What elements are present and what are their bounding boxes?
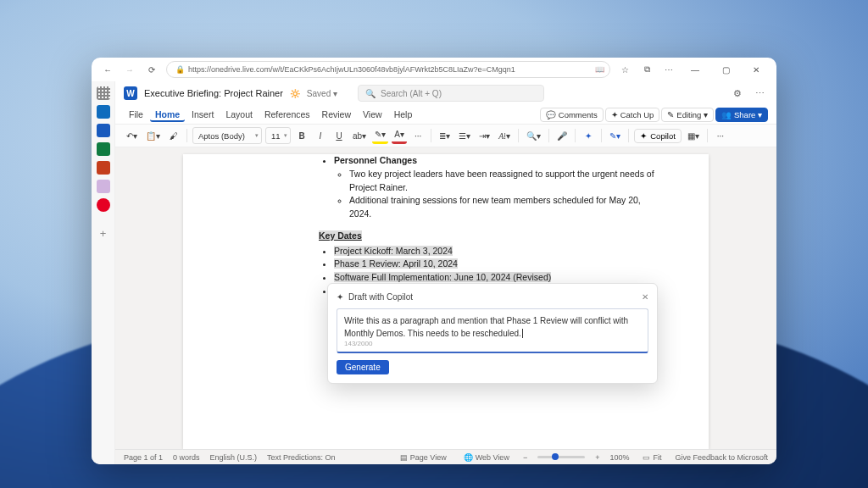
menu-insert[interactable]: Insert [186, 108, 219, 121]
sync-icon: 🔆 [290, 89, 300, 98]
search-placeholder: Search (Alt + Q) [381, 89, 442, 98]
lock-icon: 🔒 [175, 65, 185, 74]
dictate-button[interactable]: 🎤 [554, 127, 570, 144]
reload-button[interactable]: ⟳ [144, 62, 159, 77]
more-font-button[interactable]: ··· [410, 127, 426, 144]
save-status[interactable]: Saved ▾ [307, 89, 337, 98]
search-icon: 🔍 [365, 89, 376, 98]
copilot-icon: ✦ [640, 131, 647, 141]
list-item: Software Full Implementation: June 10, 2… [334, 272, 551, 282]
excel-icon[interactable] [97, 142, 110, 156]
title-bar: W Executive Briefing: Project Rainer 🔆 S… [115, 81, 776, 105]
italic-button[interactable]: I [313, 127, 328, 144]
list-item: Additional training sessions for new tea… [349, 194, 658, 221]
apps-grid-icon[interactable] [97, 86, 110, 100]
share-button[interactable]: 👥 Share ▾ [715, 108, 768, 122]
search-box[interactable]: 🔍 Search (Alt + Q) [358, 85, 544, 102]
menu-layout[interactable]: Layout [220, 108, 258, 121]
editor-button[interactable]: ✎▾ [607, 127, 623, 144]
menu-bar: File Home Insert Layout References Revie… [115, 105, 776, 124]
page-indicator[interactable]: Page 1 of 1 [124, 453, 163, 462]
menu-help[interactable]: Help [389, 108, 418, 121]
zoom-in-button[interactable]: + [595, 453, 599, 462]
reading-mode-icon[interactable]: 📖 [595, 65, 604, 74]
styles-button[interactable]: A⁞▾ [496, 127, 513, 144]
address-bar[interactable]: 🔒 https://onedrive.live.com/w/t/EaCKkPs6… [166, 61, 610, 78]
find-button[interactable]: 🔍▾ [524, 127, 543, 144]
page-view-button[interactable]: ▤ Page View [397, 453, 450, 462]
pinterest-icon[interactable] [97, 198, 110, 212]
zoom-level[interactable]: 100% [609, 453, 629, 462]
list-item: Two key project leaders have been reassi… [349, 168, 658, 195]
zoom-out-button[interactable]: − [523, 453, 527, 462]
text-predictions[interactable]: Text Predictions: On [267, 453, 336, 462]
more-icon[interactable]: ⋯ [752, 88, 768, 99]
indent-button[interactable]: ⇥▾ [476, 127, 492, 144]
heading-keydates: Key Dates [319, 230, 362, 241]
bold-button[interactable]: B [294, 127, 309, 144]
zoom-slider[interactable] [537, 456, 585, 458]
word-count[interactable]: 0 words [173, 453, 200, 462]
editing-button[interactable]: ✎ Editing ▾ [661, 108, 714, 122]
generate-button[interactable]: Generate [337, 360, 389, 374]
forward-button[interactable]: → [122, 62, 137, 77]
add-app-button[interactable]: + [100, 227, 107, 240]
window-minimize[interactable]: — [683, 65, 707, 75]
ribbon-more-button[interactable]: ··· [713, 127, 728, 144]
font-size-selector[interactable]: 11 [265, 127, 291, 144]
ribbon-toolbar: ↶▾ 📋▾ 🖌 Aptos (Body) 11 B I U ab▾ ✎▾ A▾ … [115, 124, 776, 147]
outlook-icon[interactable] [97, 105, 110, 119]
browser-window: ← → ⟳ 🔒 https://onedrive.live.com/w/t/Ea… [92, 58, 776, 464]
numbering-button[interactable]: ☰▾ [456, 127, 473, 144]
strike-button[interactable]: ab▾ [350, 127, 369, 144]
catchup-button[interactable]: ✦ Catch Up [605, 108, 660, 122]
list-item: Phase 1 Review: April 10, 2024 [334, 258, 458, 269]
fit-button[interactable]: ▭ Fit [639, 453, 665, 462]
browser-toolbar: ← → ⟳ 🔒 https://onedrive.live.com/w/t/Ea… [92, 58, 776, 81]
favorite-button[interactable]: ☆ [617, 62, 632, 77]
status-bar: Page 1 of 1 0 words English (U.S.) Text … [115, 449, 776, 464]
menu-review[interactable]: Review [317, 108, 356, 121]
web-view-button[interactable]: 🌐 Web View [460, 453, 513, 462]
app-content: W Executive Briefing: Project Rainer 🔆 S… [115, 81, 776, 464]
onenote-icon[interactable] [97, 180, 110, 193]
extensions-button[interactable]: ⋯ [661, 62, 676, 77]
clipboard-button[interactable]: 📋▾ [143, 127, 163, 144]
language-indicator[interactable]: English (U.S.) [210, 453, 258, 462]
copilot-button[interactable]: ✦ Copilot [634, 129, 682, 143]
menu-file[interactable]: File [124, 108, 148, 121]
powerpoint-icon[interactable] [97, 161, 110, 175]
menu-references[interactable]: References [259, 108, 315, 121]
copilot-icon: ✦ [337, 291, 343, 303]
word-app-icon: W [124, 86, 137, 100]
collections-button[interactable]: ⧉ [639, 62, 654, 77]
menu-home[interactable]: Home [150, 108, 185, 122]
copilot-prompt-input[interactable]: Write this as a paragraph and mention th… [337, 308, 648, 353]
app-sidebar: + [92, 81, 115, 464]
char-count: 143/2000 [344, 339, 372, 349]
back-button[interactable]: ← [100, 62, 115, 77]
window-close[interactable]: ✕ [744, 65, 768, 75]
document-canvas: Personnel Changes Two key project leader… [115, 147, 776, 449]
format-painter-button[interactable]: 🖌 [166, 127, 181, 144]
word-icon[interactable] [97, 124, 110, 137]
underline-button[interactable]: U [331, 127, 347, 144]
designer-button[interactable]: ✦ [581, 127, 596, 144]
undo-button[interactable]: ↶▾ [124, 127, 140, 144]
menu-view[interactable]: View [358, 108, 387, 121]
table-button[interactable]: ▦▾ [685, 127, 702, 144]
feedback-link[interactable]: Give Feedback to Microsoft [675, 453, 768, 462]
copilot-prompt-text: Write this as a paragraph and mention th… [344, 316, 628, 338]
window-maximize[interactable]: ▢ [714, 65, 737, 75]
copilot-card-title: Draft with Copilot [348, 291, 413, 303]
document-title[interactable]: Executive Briefing: Project Rainer [144, 88, 283, 98]
bullets-button[interactable]: ≣▾ [437, 127, 453, 144]
font-selector[interactable]: Aptos (Body) [192, 127, 262, 144]
highlight-button[interactable]: ✎▾ [372, 127, 388, 144]
font-color-button[interactable]: A▾ [392, 127, 407, 144]
list-item: Project Kickoff: March 3, 2024 [334, 246, 453, 256]
document-page[interactable]: Personnel Changes Two key project leader… [183, 154, 709, 449]
close-icon[interactable]: ✕ [642, 291, 648, 303]
settings-icon[interactable]: ⚙ [730, 88, 745, 99]
comments-button[interactable]: 💬 Comments [540, 108, 604, 122]
